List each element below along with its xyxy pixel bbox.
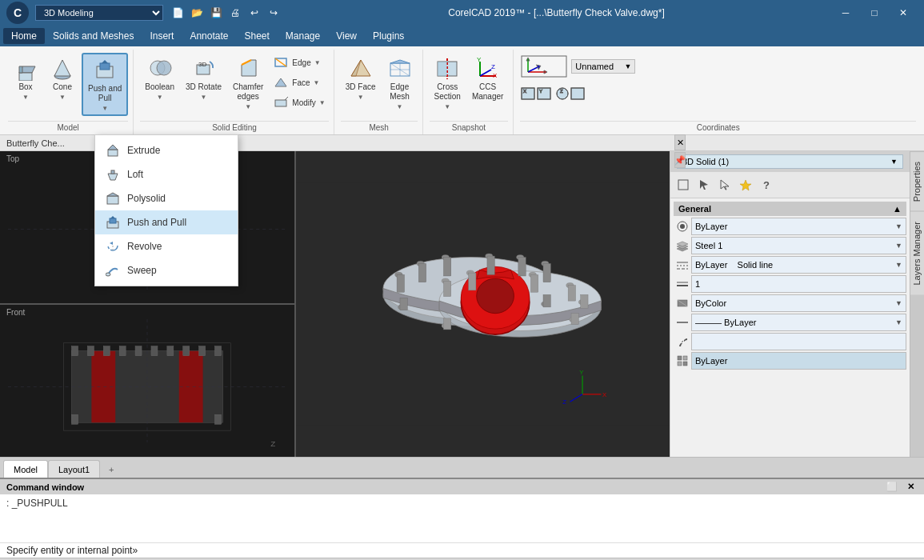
close-button[interactable]: ✕: [889, 0, 918, 26]
menu-home[interactable]: Home: [3, 28, 45, 44]
ribbon: Box ▼ Cone ▼: [0, 46, 924, 135]
dropdown-extrude[interactable]: Extrude: [95, 138, 238, 162]
maximize-button[interactable]: □: [860, 0, 889, 26]
face-dropdown-arrow: ▼: [314, 79, 320, 86]
prop-highlight-tool[interactable]: [736, 175, 755, 194]
menu-solids[interactable]: Solids and Meshes: [45, 28, 142, 44]
modify-button[interactable]: Modify ▼: [270, 93, 328, 112]
minimize-button[interactable]: ─: [831, 0, 860, 26]
svg-marker-134: [721, 180, 729, 190]
svg-rect-158: [110, 218, 116, 223]
edgemesh-button[interactable]: EdgeMesh ▼: [382, 53, 418, 113]
layer-icon: [674, 237, 691, 254]
ribbon-group-solid-editing: Boolean ▼ 3D 3D Rotate ▼: [135, 50, 334, 134]
prop-tool-1[interactable]: [674, 175, 693, 194]
boolean-button[interactable]: Boolean ▼: [140, 53, 179, 103]
cone-dropdown-arrow: ▼: [59, 94, 66, 101]
prop-linetype-value[interactable]: ByLayer Solid line ▼: [691, 256, 906, 274]
prop-section-collapse: ▲: [893, 204, 902, 214]
undo-icon[interactable]: ↩: [246, 5, 262, 21]
dropdown-push-pull[interactable]: Push and Pull: [95, 210, 238, 234]
svg-marker-17: [275, 78, 286, 86]
svg-marker-135: [740, 180, 751, 190]
viewport-bottom[interactable]: Front: [0, 305, 294, 457]
chamfer-dropdown-arrow: ▼: [245, 103, 251, 110]
3dface-button[interactable]: 3D Face ▼: [341, 53, 381, 103]
ccs-name-field[interactable]: Unnamed ▼: [571, 59, 635, 74]
viewport-main[interactable]: X Y Z: [296, 151, 670, 457]
ccsmanager-button[interactable]: X Y Z CCSManager: [467, 53, 508, 104]
prop-link-value[interactable]: [691, 333, 906, 350]
menu-plugins[interactable]: Plugins: [365, 28, 412, 44]
prop-pattern-value[interactable]: ByLayer: [691, 352, 906, 370]
push-pull-menu-label: Push and Pull: [127, 217, 186, 228]
prop-dash-value[interactable]: ——— ByLayer ▼: [691, 314, 906, 331]
command-prompt[interactable]: Specify entity or internal point»: [0, 542, 924, 558]
svg-rect-101: [443, 258, 450, 276]
cone-button[interactable]: Cone ▼: [45, 53, 80, 103]
prop-cursor-tool[interactable]: [715, 175, 734, 194]
prop-lineweight-value[interactable]: 1: [691, 275, 906, 293]
dropdown-revolve[interactable]: Revolve: [95, 234, 238, 258]
chamfer-button[interactable]: Chamferedges ▼: [228, 53, 268, 113]
edge-label: Edge: [292, 58, 310, 67]
prop-row-dash: ——— ByLayer ▼: [674, 314, 906, 331]
svg-marker-41: [537, 64, 542, 70]
prop-plotcolor-value[interactable]: ByColor ▼: [691, 294, 906, 312]
title-bar-controls: ─ □ ✕: [831, 0, 918, 26]
svg-marker-38: [544, 70, 547, 74]
panel-pin-button[interactable]: 📌: [674, 152, 686, 168]
side-tab-layers[interactable]: Layers Manager: [910, 211, 924, 295]
prop-color-value[interactable]: ByLayer ▼: [691, 218, 906, 235]
prop-plotcolor-arrow: ▼: [895, 299, 902, 307]
svg-text:X: X: [602, 391, 607, 398]
prop-layer-value[interactable]: Steel 1 ▼: [691, 237, 906, 254]
face-button[interactable]: Face ▼: [270, 73, 328, 92]
menu-annotate[interactable]: Annotate: [182, 28, 236, 44]
menu-sheet[interactable]: Sheet: [236, 28, 277, 44]
push-pull-button[interactable]: Push andPull ▼: [82, 53, 128, 116]
print-icon[interactable]: 🖨: [227, 5, 243, 21]
svg-rect-103: [487, 256, 494, 274]
ribbon-group-mesh-label: Mesh: [341, 121, 418, 134]
svg-rect-79: [167, 346, 174, 356]
svg-rect-83: [72, 414, 78, 424]
open-icon[interactable]: 📂: [189, 5, 205, 21]
tab-add-button[interactable]: +: [103, 462, 119, 478]
revolve-label: Revolve: [127, 241, 162, 252]
edgemesh-icon: [387, 55, 413, 81]
side-tab-properties[interactable]: Properties: [910, 151, 924, 211]
prop-section-general[interactable]: General ▲: [674, 202, 906, 216]
model-tab-layout1[interactable]: Layout1: [48, 460, 100, 478]
redo-icon[interactable]: ↪: [266, 5, 282, 21]
command-line-1: : _PUSHPULL: [6, 498, 918, 509]
new-icon[interactable]: 📄: [170, 5, 186, 21]
dropdown-sweep[interactable]: Sweep: [95, 258, 238, 282]
svg-marker-4: [54, 60, 70, 76]
command-restore-btn[interactable]: ⬜: [883, 482, 901, 492]
menu-manage[interactable]: Manage: [278, 28, 328, 44]
menu-view[interactable]: View: [328, 28, 365, 44]
prop-select-tool[interactable]: [694, 175, 714, 194]
edge-button[interactable]: Edge ▼: [270, 53, 328, 72]
model-breadcrumb: Butterfly Che...: [6, 138, 65, 148]
sweep-label: Sweep: [127, 265, 157, 276]
command-close-btn[interactable]: ✕: [904, 482, 918, 492]
svg-point-9: [157, 61, 171, 75]
properties-panel: ✕ 📌 3D Solid (1) ▼: [670, 151, 910, 457]
dropdown-loft[interactable]: Loft: [95, 162, 238, 186]
prop-help-tool[interactable]: ?: [757, 175, 776, 194]
rotate3d-button[interactable]: 3D 3D Rotate ▼: [181, 53, 226, 103]
dropdown-polysolid[interactable]: Polysolid: [95, 186, 238, 210]
svg-text:Z: Z: [560, 89, 563, 94]
properties-header-value[interactable]: 3D Solid (1) ▼: [677, 154, 903, 169]
crosssection-button[interactable]: CrossSection ▼: [430, 53, 466, 113]
model-tab-model[interactable]: Model: [3, 460, 48, 478]
loft-icon: [105, 166, 121, 182]
svg-text:Y: Y: [539, 89, 542, 94]
menu-insert[interactable]: Insert: [142, 28, 182, 44]
svg-rect-113: [443, 281, 450, 296]
save-icon[interactable]: 💾: [208, 5, 224, 21]
workspace-selector[interactable]: 3D Modeling: [35, 5, 163, 21]
box-button[interactable]: Box ▼: [8, 53, 43, 103]
